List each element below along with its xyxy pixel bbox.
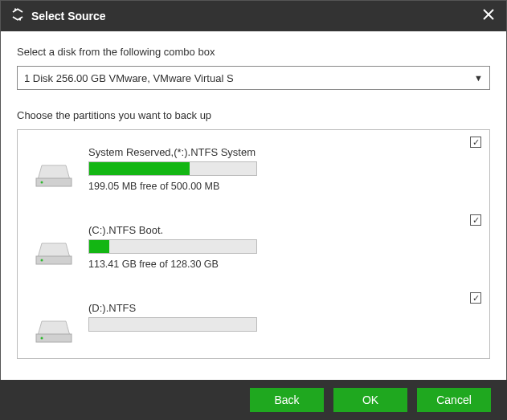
disk-icon (34, 302, 74, 346)
partition-item: ✓ (C:).NTFS Boot. 113.41 GB free of 128.… (18, 208, 489, 286)
partition-select-label: Choose the partitions you want to back u… (17, 109, 490, 121)
titlebar: Select Source (1, 1, 506, 31)
partition-checkbox[interactable]: ✓ (470, 137, 481, 148)
partition-name: System Reserved,(*:).NTFS System (88, 146, 257, 158)
svg-point-10 (41, 337, 43, 340)
chevron-down-icon: ▼ (474, 73, 483, 83)
close-button[interactable] (479, 5, 498, 27)
footer: Back OK Cancel (0, 380, 507, 420)
svg-marker-2 (38, 165, 70, 180)
back-button[interactable]: Back (250, 388, 324, 412)
partition-item: ✓ (D:).NTFS (18, 286, 489, 359)
ok-button[interactable]: OK (333, 388, 407, 412)
partition-item: ✓ System Reserved,(*:).NTFS System 199.0… (18, 130, 489, 208)
usage-bar (88, 161, 257, 176)
partition-free: 113.41 GB free of 128.30 GB (88, 259, 257, 270)
window-title: Select Source (31, 10, 106, 22)
svg-marker-8 (38, 321, 70, 336)
disk-select-label: Select a disk from the following combo b… (17, 46, 490, 58)
content-area: Select a disk from the following combo b… (1, 31, 506, 367)
cancel-button[interactable]: Cancel (417, 388, 491, 412)
partition-list[interactable]: ✓ System Reserved,(*:).NTFS System 199.0… (17, 129, 490, 359)
disk-combo[interactable]: 1 Disk 256.00 GB VMware, VMware Virtual … (17, 66, 490, 90)
usage-bar (88, 317, 257, 332)
partition-checkbox[interactable]: ✓ (470, 214, 481, 226)
disk-icon (34, 146, 74, 190)
app-icon (10, 7, 25, 25)
partition-name: (D:).NTFS (88, 302, 257, 314)
svg-marker-5 (38, 243, 70, 258)
disk-icon (34, 224, 74, 268)
partition-name: (C:).NTFS Boot. (88, 224, 257, 236)
svg-point-4 (41, 181, 43, 184)
svg-point-7 (41, 259, 43, 262)
partition-free: 199.05 MB free of 500.00 MB (88, 181, 257, 192)
usage-fill (89, 162, 190, 175)
partition-checkbox[interactable]: ✓ (470, 292, 481, 304)
usage-fill (89, 240, 109, 253)
disk-combo-value: 1 Disk 256.00 GB VMware, VMware Virtual … (24, 72, 234, 84)
usage-bar (88, 239, 257, 254)
